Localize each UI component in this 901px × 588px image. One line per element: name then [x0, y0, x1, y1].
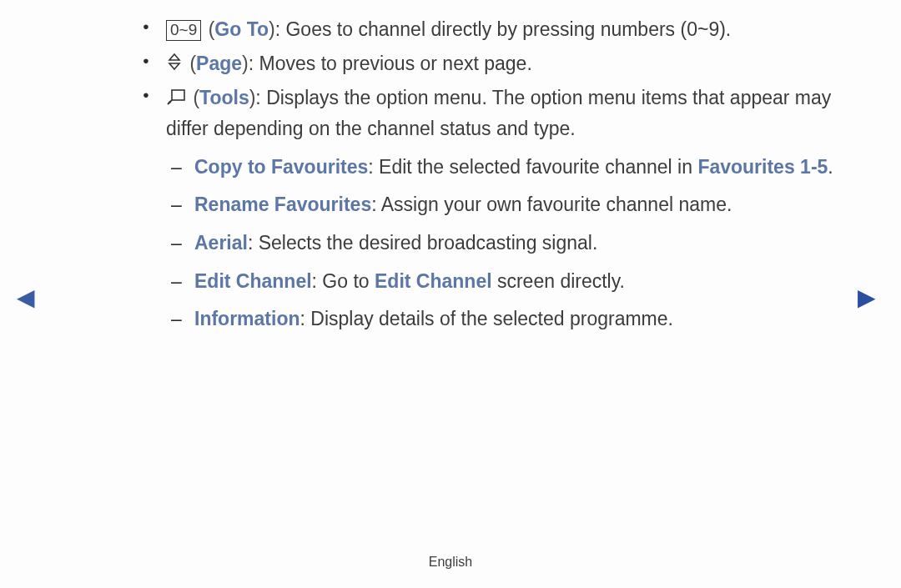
sub-aerial: Aerial: Selects the desired broadcasting…	[166, 229, 838, 259]
information-desc: : Display details of the selected progra…	[300, 308, 673, 329]
edit-channel-label: Edit Channel	[194, 270, 312, 292]
paren-open: (	[189, 53, 196, 74]
copy-fav-label: Copy to Favourites	[194, 156, 368, 178]
edit-channel-desc-b: screen directly.	[492, 270, 625, 292]
copy-fav-desc-b: .	[828, 156, 833, 178]
svg-rect-0	[172, 90, 184, 100]
next-page-arrow[interactable]: ▶	[858, 279, 876, 315]
goto-label: Go To	[214, 18, 269, 40]
information-label: Information	[194, 308, 300, 329]
aerial-desc: : Selects the desired broadcasting signa…	[248, 232, 597, 254]
paren-close: )	[269, 18, 275, 40]
tools-desc: : Displays the option menu. The option m…	[166, 87, 831, 139]
page-desc: : Moves to previous or next page.	[249, 53, 532, 74]
rename-fav-desc: : Assign your own favourite channel name…	[371, 193, 732, 215]
aerial-label: Aerial	[194, 232, 248, 254]
manual-content: 0~9 (Go To): Goes to channel directly by…	[138, 15, 838, 343]
favourites-link: Favourites 1-5	[697, 156, 828, 178]
tools-icon	[166, 84, 186, 114]
item-page: (Page): Moves to previous or next page.	[138, 49, 838, 80]
page-label: Page	[196, 53, 242, 74]
page-updown-icon	[166, 50, 183, 80]
edit-channel-desc-a: : Go to	[312, 270, 375, 292]
copy-fav-desc-a: : Edit the selected favourite channel in	[368, 156, 697, 178]
edit-channel-link: Edit Channel	[375, 270, 492, 292]
footer-language: English	[0, 552, 901, 573]
sub-rename-favourites: Rename Favourites: Assign your own favou…	[166, 190, 838, 220]
tools-label: Tools	[199, 87, 249, 108]
prev-page-arrow[interactable]: ◀	[17, 279, 35, 315]
paren-open: (	[193, 87, 199, 108]
sub-copy-favourites: Copy to Favourites: Edit the selected fa…	[166, 153, 838, 183]
sub-information: Information: Display details of the sele…	[166, 304, 838, 334]
sub-edit-channel: Edit Channel: Go to Edit Channel screen …	[166, 267, 838, 297]
item-goto: 0~9 (Go To): Goes to channel directly by…	[138, 15, 838, 45]
paren-close: )	[242, 53, 249, 74]
numbers-box-icon: 0~9	[166, 20, 201, 41]
rename-fav-label: Rename Favourites	[194, 193, 371, 215]
goto-desc: : Goes to channel directly by pressing n…	[275, 18, 732, 40]
item-tools: (Tools): Displays the option menu. The o…	[138, 83, 838, 334]
